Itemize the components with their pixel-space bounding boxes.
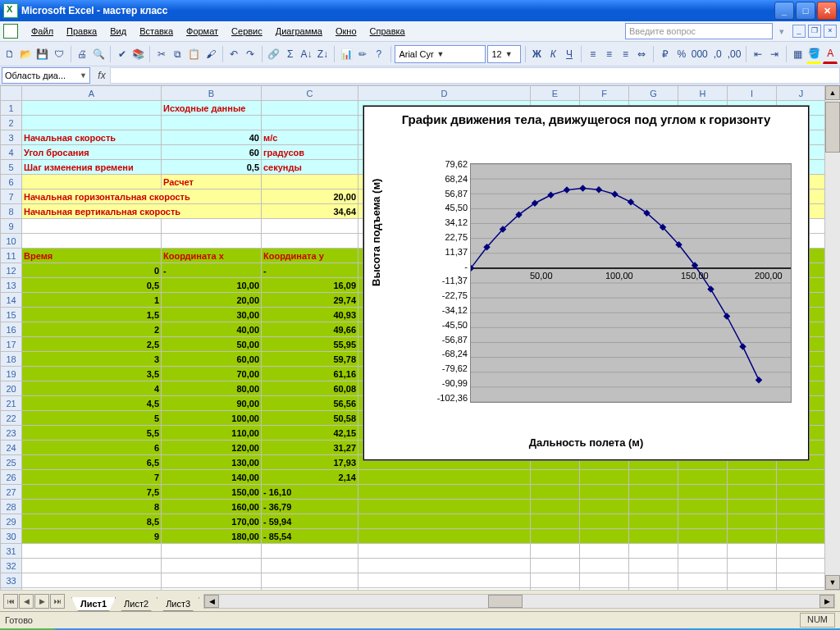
cell[interactable]: 7,5 bbox=[22, 485, 162, 500]
cell[interactable] bbox=[678, 500, 728, 514]
row-header[interactable]: 27 bbox=[1, 485, 22, 500]
cell[interactable] bbox=[580, 544, 629, 559]
dec-indent-icon[interactable]: ⇤ bbox=[751, 44, 765, 63]
cell[interactable]: - 59,94 bbox=[262, 514, 358, 529]
cell[interactable]: 10,00 bbox=[162, 278, 262, 293]
scroll-down-icon[interactable]: ▼ bbox=[825, 575, 840, 590]
copy-icon[interactable]: ⧉ bbox=[171, 44, 185, 63]
cell[interactable] bbox=[162, 219, 262, 234]
menu-file[interactable]: Файл bbox=[26, 25, 58, 38]
cell[interactable]: 42,15 bbox=[262, 426, 358, 441]
cell[interactable] bbox=[629, 485, 678, 500]
cell[interactable] bbox=[162, 588, 262, 591]
close-button[interactable]: ✕ bbox=[817, 2, 837, 20]
row-header[interactable]: 21 bbox=[1, 396, 22, 411]
cell[interactable]: 100,00 bbox=[162, 411, 262, 426]
cell[interactable]: 150,00 bbox=[162, 485, 262, 500]
scroll-up-icon[interactable]: ▲ bbox=[825, 85, 840, 100]
row-header[interactable]: 12 bbox=[1, 263, 22, 278]
cell[interactable]: - 36,79 bbox=[262, 500, 358, 514]
cell[interactable] bbox=[728, 544, 777, 559]
cell[interactable] bbox=[531, 544, 580, 559]
menu-insert[interactable]: Вставка bbox=[135, 25, 178, 38]
cell[interactable] bbox=[728, 514, 777, 529]
row-header[interactable]: 3 bbox=[1, 130, 22, 145]
cell[interactable] bbox=[22, 175, 162, 189]
row-header[interactable]: 10 bbox=[1, 234, 22, 249]
cell[interactable]: 6 bbox=[22, 441, 162, 455]
row-header[interactable]: 22 bbox=[1, 411, 22, 426]
font-color-icon[interactable]: A bbox=[823, 43, 838, 64]
col-header[interactable]: C bbox=[262, 86, 358, 101]
drawing-icon[interactable]: ✏ bbox=[355, 44, 370, 63]
cell[interactable] bbox=[777, 470, 826, 485]
cell[interactable] bbox=[629, 514, 678, 529]
cell[interactable]: 20,00 bbox=[262, 189, 358, 204]
cell[interactable] bbox=[358, 470, 531, 485]
row-header[interactable]: 9 bbox=[1, 219, 22, 234]
cell[interactable]: - bbox=[162, 263, 262, 278]
cell[interactable] bbox=[678, 559, 728, 573]
cell[interactable] bbox=[22, 116, 162, 130]
cell[interactable] bbox=[728, 485, 777, 500]
redo-icon[interactable]: ↷ bbox=[243, 44, 258, 63]
autosum-icon[interactable]: Σ bbox=[283, 44, 298, 63]
cell[interactable] bbox=[22, 573, 162, 588]
cell[interactable]: 50,58 bbox=[262, 411, 358, 426]
cell[interactable]: 8,5 bbox=[22, 514, 162, 529]
cell[interactable] bbox=[678, 529, 728, 544]
sheet-tab-1[interactable]: Лист1 bbox=[71, 597, 116, 611]
cell[interactable]: 4,5 bbox=[22, 396, 162, 411]
cell[interactable]: 170,00 bbox=[162, 514, 262, 529]
ask-question-input[interactable]: Введите вопрос bbox=[625, 23, 773, 39]
col-header[interactable]: A bbox=[22, 86, 162, 101]
cell[interactable] bbox=[629, 500, 678, 514]
undo-icon[interactable]: ↶ bbox=[226, 44, 241, 63]
row-header[interactable]: 25 bbox=[1, 455, 22, 470]
cell[interactable] bbox=[580, 559, 629, 573]
cell[interactable] bbox=[580, 588, 629, 591]
col-header[interactable]: G bbox=[629, 86, 678, 101]
format-painter-icon[interactable]: 🖌 bbox=[203, 44, 218, 63]
cell[interactable] bbox=[262, 573, 358, 588]
tab-first-icon[interactable]: ⏮ bbox=[3, 594, 18, 609]
font-size-select[interactable]: 12▼ bbox=[487, 45, 520, 63]
cell[interactable] bbox=[777, 514, 826, 529]
sort-asc-icon[interactable]: A↓ bbox=[299, 44, 314, 63]
cell[interactable]: Координата y bbox=[262, 249, 358, 263]
cell[interactable] bbox=[162, 116, 262, 130]
cell[interactable]: 8 bbox=[22, 500, 162, 514]
menu-service[interactable]: Сервис bbox=[226, 25, 267, 38]
cell[interactable]: 31,27 bbox=[262, 441, 358, 455]
paste-icon[interactable]: 📋 bbox=[187, 44, 202, 63]
cell[interactable]: 5,5 bbox=[22, 426, 162, 441]
save-icon[interactable]: 💾 bbox=[35, 44, 50, 63]
row-header[interactable]: 7 bbox=[1, 189, 22, 204]
col-header[interactable]: D bbox=[358, 86, 531, 101]
row-header[interactable]: 17 bbox=[1, 337, 22, 352]
doc-minimize-button[interactable]: _ bbox=[792, 25, 806, 38]
cell[interactable]: 160,00 bbox=[162, 500, 262, 514]
research-icon[interactable]: 📚 bbox=[131, 44, 146, 63]
tab-prev-icon[interactable]: ◀ bbox=[19, 594, 34, 609]
inc-indent-icon[interactable]: ⇥ bbox=[767, 44, 782, 63]
vertical-scrollbar[interactable]: ▲ ▼ bbox=[824, 85, 840, 590]
cell[interactable] bbox=[22, 588, 162, 591]
italic-button[interactable]: К bbox=[546, 44, 560, 63]
cell[interactable]: Координата x bbox=[162, 249, 262, 263]
hscroll-thumb[interactable] bbox=[488, 595, 523, 608]
col-header[interactable]: F bbox=[580, 86, 629, 101]
cell[interactable] bbox=[358, 588, 531, 591]
sort-desc-icon[interactable]: Z↓ bbox=[315, 44, 330, 63]
cell[interactable] bbox=[358, 529, 531, 544]
menu-chart[interactable]: Диаграмма bbox=[271, 25, 327, 38]
horizontal-scrollbar[interactable]: ◀ ▶ bbox=[203, 594, 835, 609]
cell[interactable]: 0,5 bbox=[162, 160, 262, 175]
fx-button[interactable]: fx bbox=[94, 70, 110, 81]
cell[interactable] bbox=[777, 544, 826, 559]
cell[interactable] bbox=[728, 588, 777, 591]
cell[interactable]: 120,00 bbox=[162, 441, 262, 455]
cell[interactable] bbox=[262, 101, 358, 116]
cell[interactable]: - 16,10 bbox=[262, 485, 358, 500]
cell[interactable] bbox=[22, 559, 162, 573]
